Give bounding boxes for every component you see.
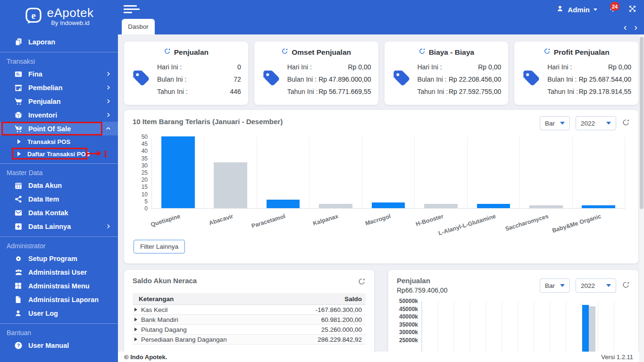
- sidebar-item-label: Pembelian: [28, 84, 63, 92]
- sidebar-item-label: Inventori: [28, 111, 57, 119]
- caret-right-icon[interactable]: [134, 318, 137, 321]
- gear-icon: [14, 254, 23, 263]
- table-row[interactable]: Piutang Dagang 25.260.000,00: [133, 325, 366, 335]
- chart-type-select[interactable]: Bar: [540, 278, 570, 293]
- sidebar-item-user-log[interactable]: User Log: [0, 306, 118, 320]
- refresh-icon[interactable]: [418, 48, 426, 57]
- chart-bar[interactable]: [582, 205, 615, 208]
- chart-bar[interactable]: [424, 204, 458, 208]
- chart-bar[interactable]: [372, 202, 405, 208]
- section-transaksi: Transaksi: [0, 56, 118, 67]
- sidebar-subitem-daftar-transaksi-pos[interactable]: Daftar Transaksi POS 1: [0, 148, 118, 160]
- bar-column: [257, 137, 309, 208]
- sidebar-item-user-manual[interactable]: ? User Manual: [0, 338, 118, 352]
- chart-bar[interactable]: [319, 204, 352, 208]
- sidebar-item-label: Administrasi Laporan: [28, 296, 99, 303]
- filter-lainnya-button[interactable]: Filter Lainnya: [134, 240, 185, 253]
- cube-icon: [14, 110, 23, 119]
- stat-label: Tahun Ini :: [547, 85, 578, 98]
- bar-column: [415, 137, 467, 208]
- tab-dasbor[interactable]: Dasbor: [122, 19, 155, 34]
- sidebar-item-fina[interactable]: Fina: [0, 67, 118, 81]
- year-select[interactable]: 2022: [576, 116, 616, 130]
- account-balance: 60.981.200,00: [321, 316, 362, 323]
- hamburger-menu-icon[interactable]: [124, 5, 140, 15]
- stat-value: 72: [234, 73, 241, 85]
- refresh-icon[interactable]: [544, 48, 551, 57]
- sidebar-item-administrasi-user[interactable]: Administrasi User: [0, 265, 118, 279]
- sidebar-item-inventori[interactable]: Inventori: [0, 108, 118, 122]
- scrollbar-thumb[interactable]: [640, 37, 644, 209]
- section-administrator: Administrator: [0, 240, 118, 252]
- sidebar-item-administrasi-laporan[interactable]: Administrasi Laporan: [0, 293, 118, 306]
- shopping-cart-icon: [14, 97, 23, 106]
- top-header: Admin 24 Dasbor ‹ ›: [118, 0, 644, 34]
- caret-right-icon[interactable]: [134, 308, 137, 311]
- app-logo[interactable]: e eApotek By Indoweb.id: [0, 0, 118, 30]
- chart-bar[interactable]: [529, 205, 563, 208]
- sidebar-item-label: Data Kontak: [28, 209, 68, 217]
- sidebar-item-penjualan[interactable]: Penjualan: [0, 94, 118, 108]
- sidebar-item-laporan[interactable]: Laporan: [0, 35, 118, 49]
- chart-bar[interactable]: [477, 204, 510, 208]
- stat-value: Rp 0,00: [348, 61, 371, 73]
- tab-scroll-right-icon[interactable]: ›: [634, 22, 637, 32]
- chart-bar[interactable]: [161, 136, 195, 208]
- divider: [0, 323, 118, 324]
- stat-value: Rp 29.178.914,55: [579, 85, 631, 98]
- sidebar-subitem-transaksi-pos[interactable]: Transaksi POS: [0, 135, 118, 148]
- table-row[interactable]: Bank Mandiri 60.981.200,00: [133, 315, 366, 325]
- fullscreen-button[interactable]: [628, 5, 636, 15]
- refresh-icon[interactable]: [164, 48, 171, 57]
- main-content: Penjualan Hari Ini :0 Bulan Ini :72 Tahu…: [118, 34, 644, 362]
- refresh-icon[interactable]: [622, 118, 630, 128]
- y-axis-tick: 50000k: [397, 297, 418, 305]
- table-row[interactable]: Persediaan Barang Dagangan 286.229.842,9…: [133, 335, 366, 345]
- card-title: Biaya - Biaya: [429, 48, 475, 57]
- cart-plus-icon: [14, 124, 23, 133]
- bar-column: [309, 137, 362, 208]
- y-axis: 50454035302520151050: [133, 137, 151, 209]
- sidebar-item-administrasi-menu[interactable]: Administrasi Menu: [0, 279, 118, 293]
- sidebar-item-data-lainnya[interactable]: Data Lainnya: [0, 219, 118, 233]
- account-name: Persediaan Barang Dagangan: [141, 336, 227, 343]
- chart-bar[interactable]: [214, 162, 247, 208]
- refresh-icon[interactable]: [622, 281, 630, 291]
- page-scrollbar: [639, 34, 644, 362]
- chart-type-select[interactable]: Bar: [540, 116, 570, 130]
- caret-right-icon[interactable]: [134, 328, 137, 331]
- section-master-data: Master Data: [0, 167, 118, 178]
- sidebar: e eApotek By Indoweb.id Laporan Transaks…: [0, 0, 118, 362]
- divider: [0, 163, 118, 164]
- card-title: Profit Penjualan: [554, 48, 610, 57]
- sidebar-item-data-akun[interactable]: Data Akun: [0, 178, 118, 192]
- x-axis-label: Macrogol: [362, 209, 415, 230]
- sidebar-item-label: Administrasi User: [28, 269, 87, 276]
- chevron-right-icon: [105, 223, 111, 229]
- y-axis-tick: 35: [142, 155, 148, 162]
- sidebar-item-setup-program[interactable]: Setup Program: [0, 252, 118, 265]
- refresh-icon[interactable]: [358, 278, 366, 287]
- sidebar-item-data-kontak[interactable]: Data Kontak: [0, 206, 118, 219]
- sidebar-item-pembelian[interactable]: Pembelian: [0, 81, 118, 94]
- sidebar-item-point-of-sale[interactable]: Point Of Sale: [0, 122, 118, 135]
- chart-bar[interactable]: [267, 200, 300, 208]
- caret-right-icon[interactable]: [134, 337, 137, 341]
- column-header-keterangan: Keterangan: [139, 295, 174, 303]
- stat-label: Bulan Ini :: [418, 73, 447, 85]
- stat-card-omset-penjualan: Omset Penjualan Hari Ini :Rp 0,00 Bulan …: [254, 42, 378, 105]
- envelope-icon: [14, 208, 23, 217]
- tab-scroll-left-icon[interactable]: ‹: [624, 22, 627, 32]
- user-icon: [14, 309, 23, 318]
- panel-item-terlaris: 10 Item Barang Terlaris (Januari - Desem…: [124, 110, 638, 263]
- expand-arrows-icon: [628, 5, 636, 13]
- refresh-icon[interactable]: [281, 48, 288, 57]
- chevron-right-icon: [105, 71, 111, 77]
- sidebar-item-label: Fina: [28, 70, 42, 78]
- notifications-button[interactable]: 24: [609, 4, 617, 15]
- table-row[interactable]: Kas Kecil -167.860.300,00: [133, 305, 366, 315]
- user-menu[interactable]: Admin: [556, 5, 597, 14]
- tag-icon: [392, 68, 411, 90]
- sidebar-item-data-item[interactable]: Data Item: [0, 192, 118, 206]
- year-select[interactable]: 2022: [576, 278, 616, 293]
